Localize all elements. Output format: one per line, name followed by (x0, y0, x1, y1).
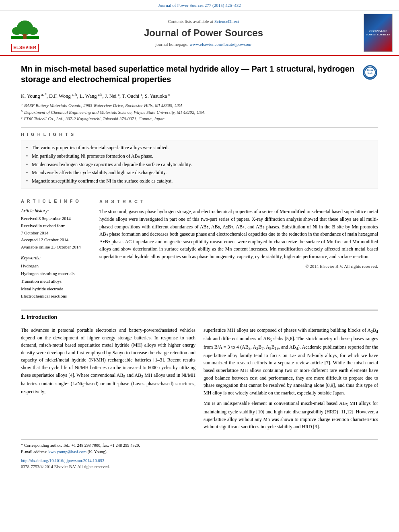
email-link[interactable]: kwo.young@basf.com (48, 450, 86, 454)
email-author-name: (K. Young). (88, 450, 108, 454)
affiliation-b: b Department of Chemical Engineering and… (21, 109, 378, 116)
article-history-group: Article history: Received 8 September 20… (21, 207, 91, 251)
revised-date: 7 October 2014 (21, 230, 91, 237)
journal-title: Journal of Power Sources (49, 26, 358, 40)
homepage-label: journal homepage: (155, 42, 188, 47)
crossmark-icon: Cross Mark (363, 65, 377, 80)
intro-body: The advances in personal portable electr… (21, 327, 378, 434)
intro-heading: 1. Introduction (21, 314, 378, 321)
divider-3 (21, 310, 378, 310)
info-abstract-section: A R T I C L E I N F O Article history: R… (21, 198, 378, 304)
article-info-column: A R T I C L E I N F O Article history: R… (21, 198, 91, 304)
highlight-item-2: Mn partially substituting Ni promotes fo… (26, 152, 373, 160)
top-ref-bar: Journal of Power Sources 277 (2015) 426–… (0, 0, 399, 10)
accepted-date: Accepted 12 October 2014 (21, 236, 91, 244)
intro-col1-text: The advances in personal portable electr… (21, 327, 195, 396)
page-header: ELSEVIER Contents lists available at Sci… (0, 10, 399, 56)
email-label: E-mail address: (21, 450, 47, 454)
authors-line: K. Young a, *, D.F. Wong a, b, L. Wang a… (21, 92, 378, 100)
homepage-url[interactable]: www.elsevier.com/locate/jpowsour (189, 42, 251, 47)
affiliation-b-text: Department of Chemical Engineering and M… (24, 109, 204, 116)
journal-homepage[interactable]: journal homepage: www.elsevier.com/locat… (49, 41, 358, 47)
article-history-heading: Article history: (21, 207, 91, 214)
corresponding-text: * Corresponding author. Tel.: +1 248 293… (21, 443, 140, 448)
keyword-2: Hydrogen absorbing materials (21, 270, 91, 277)
keyword-4: Metal hydride electrode (21, 285, 91, 293)
email-line: E-mail address: kwo.young@basf.com (K. Y… (21, 449, 378, 455)
highlights-box: The various properties of misch-metal su… (21, 140, 378, 189)
intro-p3: Mn is an indispensable element in conven… (204, 400, 378, 431)
journal-cover-thumbnail: JOURNAL OF POWER SOURCES (364, 14, 393, 52)
divider-1 (21, 127, 378, 127)
intro-p2: superlattice MH alloys are composed of p… (204, 327, 378, 396)
abstract-label: A B S T R A C T (99, 198, 378, 205)
affiliation-a-text: BASF Battery Materials-Ovonic, 2983 Wate… (24, 102, 183, 109)
highlight-item-3: Mn decreases hydrogen storage capacities… (26, 160, 373, 169)
divider-2 (21, 194, 378, 194)
intro-col-left: The advances in personal portable electr… (21, 327, 195, 434)
elsevier-tree-icon (9, 20, 41, 44)
affiliation-c: c FDK Twicell Co., Ltd., 307-2 Kayogimac… (21, 115, 378, 122)
footnote-area: * Corresponding author. Tel.: +1 248 293… (21, 440, 378, 470)
corresponding-author: * Corresponding author. Tel.: +1 248 293… (21, 442, 378, 449)
journal-ref-text: Journal of Power Sources 277 (2015) 426–… (158, 3, 241, 8)
keywords-list: Hydrogen Hydrogen absorbing materials Tr… (21, 262, 91, 300)
svg-point-3 (28, 27, 38, 35)
highlight-item-1: The various properties of misch-metal su… (26, 144, 373, 152)
authors-text: K. Young a, *, D.F. Wong a, b, L. Wang a… (21, 93, 170, 99)
highlight-item-5: Magnetic susceptibility confirmed the Ni… (26, 177, 373, 185)
keywords-heading: Keywords: (21, 255, 91, 261)
abstract-column: A B S T R A C T The structural, gaseous … (99, 198, 378, 304)
abstract-paragraph: The structural, gaseous phase hydrogen s… (99, 208, 378, 260)
affiliation-c-text: FDK Twicell Co., Ltd., 307-2 Kayogimachi… (24, 115, 165, 122)
highlights-label: H I G H L I G H T S (21, 131, 378, 138)
svg-rect-4 (23, 34, 27, 39)
elsevier-logo-section: ELSEVIER (5, 14, 45, 52)
journal-cover-image: JOURNAL OF POWER SOURCES (362, 14, 394, 52)
abstract-text: The structural, gaseous phase hydrogen s… (99, 208, 378, 269)
highlight-item-4: Mn adversely affects the cycle stability… (26, 168, 373, 177)
intro-col-right: superlattice MH alloys are composed of p… (204, 327, 378, 434)
svg-point-2 (12, 27, 22, 35)
sciencedirect-anchor[interactable]: ScienceDirect (214, 19, 239, 24)
intro-col2-text: superlattice MH alloys are composed of p… (204, 327, 378, 431)
sciencedirect-link[interactable]: Contents lists available at ScienceDirec… (49, 18, 358, 25)
svg-text:Cross: Cross (367, 69, 373, 72)
intro-p1: The advances in personal portable electr… (21, 327, 195, 396)
journal-header-center: Contents lists available at ScienceDirec… (49, 14, 358, 52)
doi-line[interactable]: http://dx.doi.org/10.1016/j.jpowsour.201… (21, 458, 378, 464)
keyword-5: Electrochemical reactions (21, 292, 91, 300)
keywords-group: Keywords: Hydrogen Hydrogen absorbing ma… (21, 255, 91, 300)
doi-link[interactable]: http://dx.doi.org/10.1016/j.jpowsour.201… (21, 458, 104, 463)
keyword-3: Transition metal alloys (21, 277, 91, 285)
available-date: Available online 23 October 2014 (21, 244, 91, 251)
copyright-line: © 2014 Elsevier B.V. All rights reserved… (99, 263, 378, 270)
affiliation-a: a BASF Battery Materials-Ovonic, 2983 Wa… (21, 102, 378, 109)
elsevier-wordmark: ELSEVIER (11, 44, 38, 52)
article-body: Mn in misch-metal based superlattice met… (0, 56, 399, 477)
crossmark-badge[interactable]: Cross Mark (363, 65, 378, 80)
page: Journal of Power Sources 277 (2015) 426–… (0, 0, 399, 532)
issn-line: 0378-7753/© 2014 Elsevier B.V. All right… (21, 464, 378, 470)
article-title-section: Mn in misch-metal based superlattice met… (21, 64, 378, 88)
svg-text:Mark: Mark (368, 72, 372, 74)
contents-available-label: Contents lists available at (168, 19, 213, 24)
highlights-list: The various properties of misch-metal su… (26, 144, 373, 185)
article-title: Mn in misch-metal based superlattice met… (21, 64, 359, 84)
revised-label: Received in revised form (21, 222, 91, 230)
received-date: Received 8 September 2014 (21, 215, 91, 222)
keyword-1: Hydrogen (21, 262, 91, 270)
affiliations: a BASF Battery Materials-Ovonic, 2983 Wa… (21, 102, 378, 122)
article-info-label: A R T I C L E I N F O (21, 198, 91, 204)
